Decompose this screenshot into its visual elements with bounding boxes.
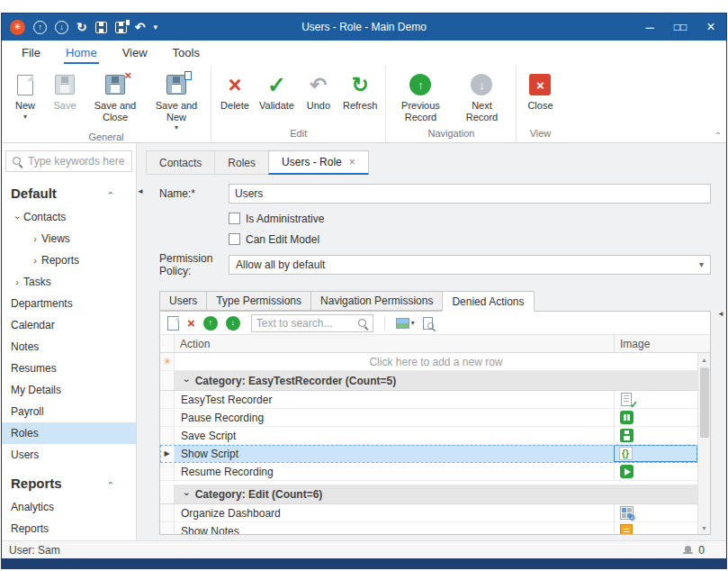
statusbar: User: Sam 0 xyxy=(2,540,726,558)
refresh-icon xyxy=(352,71,369,98)
doctab-contacts[interactable]: Contacts xyxy=(146,150,215,175)
sidebar-splitter[interactable] xyxy=(137,143,144,540)
name-input[interactable] xyxy=(229,184,711,204)
sidebar-search-box[interactable] xyxy=(5,150,132,172)
tab-denied-actions[interactable]: Denied Actions xyxy=(442,291,534,312)
maximize-button[interactable]: □ xyxy=(665,14,696,41)
permission-policy-select[interactable]: Allow all by default xyxy=(229,255,711,275)
save-green-icon xyxy=(620,429,634,442)
action-cell: Show Script xyxy=(175,445,614,462)
qat-previous-record-icon[interactable] xyxy=(33,21,47,34)
sidebar-group-reports[interactable]: Reports xyxy=(2,469,136,496)
sidebar-item-reports[interactable]: Reports xyxy=(2,518,136,539)
sidebar-item-notes[interactable]: Notes xyxy=(2,336,136,358)
tab-view[interactable]: View xyxy=(110,42,160,66)
table-row[interactable]: Organize Dashboard xyxy=(160,504,697,522)
sidebar-item-users[interactable]: Users xyxy=(2,444,136,466)
image-picker-button[interactable] xyxy=(396,318,415,329)
can-edit-model-checkbox[interactable] xyxy=(229,233,240,245)
column-header-action[interactable]: Action xyxy=(175,335,614,352)
sidebar-search-input[interactable] xyxy=(28,155,126,168)
sidebar-item-label: Calendar xyxy=(11,319,55,331)
permission-policy-label: Permission Policy: xyxy=(159,252,229,277)
qat-save-and-new-icon[interactable] xyxy=(115,22,127,33)
move-down-button[interactable] xyxy=(226,316,240,331)
tab-navigation-permissions[interactable]: Navigation Permissions xyxy=(310,291,443,311)
is-administrative-checkbox[interactable] xyxy=(229,213,240,224)
table-row[interactable]: Show Notes xyxy=(160,522,697,534)
sidebar-item-resumes[interactable]: Resumes xyxy=(2,358,136,379)
sidebar-item-reports-sub[interactable]: Reports xyxy=(2,249,136,271)
grid-search-box[interactable] xyxy=(251,314,373,332)
grid-search-input[interactable] xyxy=(256,317,357,330)
minimize-button[interactable]: ─ xyxy=(634,14,665,41)
collapse-sidebar-icon[interactable] xyxy=(137,188,144,195)
table-row[interactable]: Resume Recording xyxy=(160,463,697,481)
sidebar-item-payroll[interactable]: Payroll xyxy=(2,401,136,422)
close-view-button[interactable]: Close xyxy=(520,69,560,112)
table-row-selected[interactable]: Show Script xyxy=(160,445,697,463)
tab-home[interactable]: Home xyxy=(53,42,110,66)
show-find-panel-button[interactable] xyxy=(423,314,436,331)
close-button[interactable]: × xyxy=(696,14,726,41)
image-cell xyxy=(614,427,697,444)
sidebar-group-default[interactable]: Default xyxy=(2,179,136,206)
collapse-ribbon-icon[interactable] xyxy=(713,131,722,134)
tab-type-permissions[interactable]: Type Permissions xyxy=(206,291,311,311)
ribbon-group-general: New Save Save and Close Save and New Ge xyxy=(2,66,211,142)
tab-file[interactable]: File xyxy=(9,42,53,66)
sidebar-item-contacts[interactable]: Contacts xyxy=(2,206,136,228)
qat-undo-icon[interactable] xyxy=(135,21,146,33)
sidebar-item-analytics[interactable]: Analytics xyxy=(2,496,136,518)
qat-next-record-icon[interactable] xyxy=(55,21,68,34)
table-row[interactable]: Save Script xyxy=(160,427,697,445)
collapse-right-panel-icon[interactable] xyxy=(717,311,724,318)
qat-customize-icon[interactable] xyxy=(153,23,157,32)
undo-button[interactable]: Undo xyxy=(299,69,338,112)
sidebar-item-calendar[interactable]: Calendar xyxy=(2,314,136,336)
group-row-easytestrecorder[interactable]: Category: EasyTestRecorder (Count=5) xyxy=(160,371,697,391)
status-notifications[interactable]: 0 xyxy=(683,544,719,557)
close-tab-icon[interactable] xyxy=(349,157,355,168)
previous-record-button[interactable]: Previous Record xyxy=(390,69,451,122)
tab-tools[interactable]: Tools xyxy=(160,42,212,66)
delete-row-button[interactable] xyxy=(187,316,195,330)
ribbon-group-label: Navigation xyxy=(388,128,514,142)
scroll-up-icon[interactable] xyxy=(698,353,710,366)
doctab-users-role[interactable]: Users - Role xyxy=(268,150,369,175)
red-x-badge-icon xyxy=(124,69,131,81)
sidebar-item-my-details[interactable]: My Details xyxy=(2,379,136,401)
table-row[interactable]: Pause Recording xyxy=(160,409,697,427)
next-record-button[interactable]: Next Record xyxy=(451,69,512,122)
ribbon-tab-bar: File Home View Tools xyxy=(2,41,726,66)
refresh-button[interactable]: Refresh xyxy=(338,69,382,112)
scroll-down-icon[interactable] xyxy=(698,521,710,534)
sidebar-item-roles[interactable]: Roles xyxy=(2,422,136,444)
add-row-button[interactable] xyxy=(167,316,179,331)
group-row-edit[interactable]: Category: Edit (Count=6) xyxy=(160,485,697,504)
table-row[interactable]: EasyTest Recorder xyxy=(160,391,697,409)
dashboard-icon xyxy=(620,506,634,520)
new-button[interactable]: New xyxy=(5,69,45,121)
sidebar-item-tasks[interactable]: Tasks xyxy=(2,271,136,293)
delete-button[interactable]: Delete xyxy=(215,69,255,112)
scrollbar-thumb[interactable] xyxy=(700,367,709,438)
save-and-close-button[interactable]: Save and Close xyxy=(85,69,146,122)
sidebar-item-departments[interactable]: Departments xyxy=(2,293,136,314)
save-and-new-button[interactable]: Save and New xyxy=(146,69,207,131)
sidebar-item-label: Reports xyxy=(11,522,49,535)
grid-scrollbar[interactable] xyxy=(697,353,710,534)
save-button[interactable]: Save xyxy=(45,69,85,112)
qat-refresh-icon[interactable] xyxy=(76,21,87,33)
sidebar-item-views[interactable]: Views xyxy=(2,228,136,249)
doctab-roles[interactable]: Roles xyxy=(214,150,269,175)
column-header-image[interactable]: Image xyxy=(614,335,697,352)
action-cell: Resume Recording xyxy=(175,463,614,480)
qat-save-icon[interactable] xyxy=(95,22,107,33)
move-up-button[interactable] xyxy=(203,316,218,331)
navigation-sidebar: Default Contacts Views Reports Tasks Dep… xyxy=(2,143,137,540)
validate-button[interactable]: Validate xyxy=(255,69,299,112)
tab-users[interactable]: Users xyxy=(159,291,207,311)
new-row[interactable]: Click here to add a new row xyxy=(160,353,697,371)
image-cell xyxy=(614,504,697,521)
